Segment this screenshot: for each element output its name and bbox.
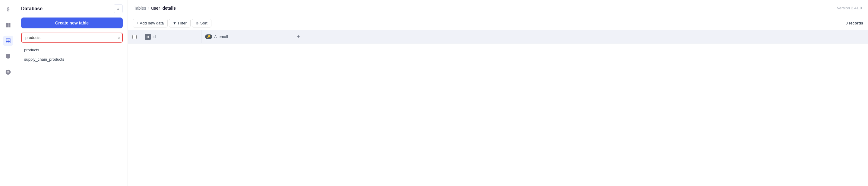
sidebar-title: Database (21, 6, 42, 11)
sidebar: Database « Create new table × products s… (16, 0, 128, 186)
column-id[interactable]: id id (141, 30, 202, 43)
table-area: id id 🔑 A email + (128, 30, 868, 186)
search-clear-button[interactable]: × (118, 35, 120, 40)
table-list: products supply_chain_products (21, 46, 123, 64)
key-icon: 🔑 (207, 35, 211, 38)
search-input[interactable] (21, 33, 123, 43)
table-header-row: id id 🔑 A email + (128, 30, 868, 44)
breadcrumb-separator: › (148, 6, 149, 10)
main-content: Tables › user_details Version 2.41.0 + A… (128, 0, 868, 186)
select-all-checkbox[interactable] (132, 35, 136, 39)
rocket-icon[interactable] (3, 4, 13, 15)
database-icon[interactable] (3, 51, 13, 61)
table-list-item-supply-chain-products[interactable]: supply_chain_products (21, 55, 123, 64)
table-list-item-products[interactable]: products (21, 46, 123, 54)
breadcrumb-current-table: user_details (151, 6, 176, 10)
sidebar-header: Database « (21, 4, 123, 13)
filter-button[interactable]: ▼ Filter (169, 19, 191, 27)
sort-icon: ⇅ (196, 21, 199, 25)
records-count: 0 records (845, 21, 863, 25)
search-box: × (21, 33, 123, 43)
grid-icon[interactable] (3, 20, 13, 30)
icon-rail (0, 0, 16, 186)
select-all-checkbox-cell[interactable] (128, 35, 141, 39)
toolbar: + Add new data ▼ Filter ⇅ Sort 0 records (128, 16, 868, 30)
api-icon[interactable] (3, 67, 13, 77)
table-icon[interactable] (3, 36, 13, 46)
version-label: Version 2.41.0 (837, 6, 862, 10)
sort-button[interactable]: ⇅ Sort (192, 19, 211, 27)
collapse-button[interactable]: « (114, 4, 123, 13)
breadcrumb-tables[interactable]: Tables (134, 6, 146, 10)
text-type-icon: A (214, 34, 217, 39)
id-column-icon: id (145, 34, 151, 40)
topbar: Tables › user_details Version 2.41.0 (128, 0, 868, 16)
filter-icon: ▼ (173, 21, 177, 25)
key-badge: 🔑 (205, 34, 212, 39)
add-data-button[interactable]: + Add new data (133, 19, 168, 27)
add-column-button[interactable]: + (292, 30, 305, 43)
column-email[interactable]: 🔑 A email (202, 30, 292, 43)
breadcrumb: Tables › user_details (134, 6, 176, 10)
create-table-button[interactable]: Create new table (21, 18, 123, 28)
